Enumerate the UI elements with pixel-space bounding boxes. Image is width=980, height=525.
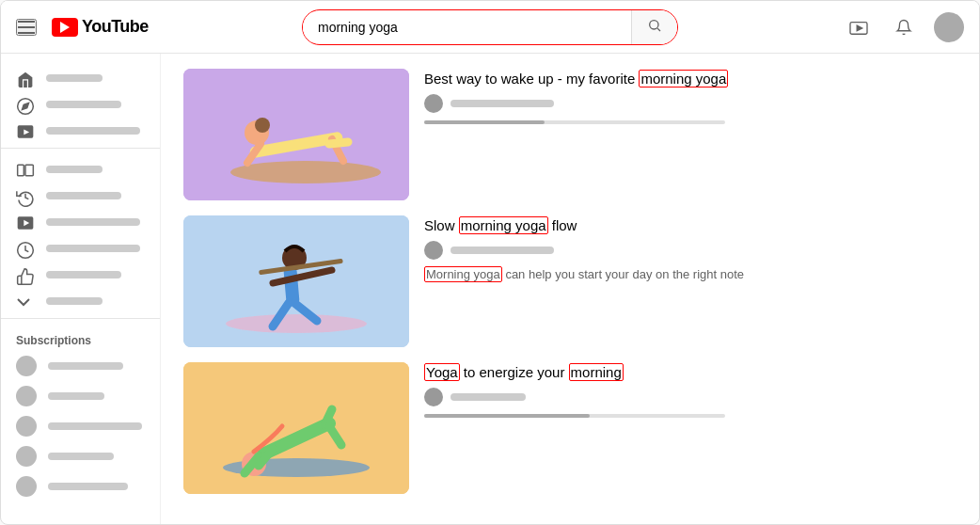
- sub-label-3: [48, 422, 142, 430]
- video-meta-2: [424, 241, 956, 260]
- subscriptions-nav-label: [46, 127, 140, 135]
- sidebar-item-liked[interactable]: [1, 262, 160, 288]
- video-desc-text-2: can help you start your day on the right…: [502, 267, 744, 281]
- watch-later-label: [46, 245, 140, 252]
- library-icon: [16, 162, 35, 177]
- search-icon: [647, 18, 662, 37]
- home-icon: [16, 71, 35, 86]
- progress-bar-3: [424, 414, 590, 418]
- video-title-highlight-2: morning yoga: [459, 216, 548, 234]
- video-card-2[interactable]: Slow morning yoga flow Morning yoga can …: [183, 215, 956, 347]
- thumbnail-1[interactable]: [183, 69, 409, 200]
- video-meta-3: [424, 388, 956, 406]
- search-bar: [302, 9, 678, 45]
- sub-label-1: [48, 362, 123, 370]
- youtube-screen: YouTube: [0, 0, 980, 525]
- video-info-3: Yoga to energize your morning: [424, 362, 956, 418]
- main-content: Best way to wake up - my favorite mornin…: [161, 54, 979, 524]
- video-title-highlight-3b: morning: [569, 363, 624, 381]
- video-title-text-after-2: flow: [548, 217, 577, 233]
- sidebar-item-explore[interactable]: [1, 91, 160, 118]
- header: YouTube: [1, 1, 979, 54]
- sidebar-section-library: [1, 152, 160, 319]
- video-desc-highlight-2: Morning yoga: [424, 266, 502, 282]
- header-left: YouTube: [16, 17, 204, 37]
- history-icon: [16, 188, 35, 203]
- video-title-text-before-1: Best way to wake up - my favorite: [424, 71, 639, 87]
- chevron-down-icon: [16, 294, 35, 309]
- svg-point-17: [255, 118, 270, 133]
- svg-rect-8: [18, 165, 24, 176]
- video-title-3: Yoga to energize your morning: [424, 362, 956, 382]
- thumbnail-2[interactable]: [183, 215, 409, 347]
- history-label: [46, 192, 121, 199]
- upload-button[interactable]: [844, 12, 874, 42]
- subscriptions-heading: Subscriptions: [1, 326, 160, 351]
- sidebar-subscriptions-section: Subscriptions: [1, 323, 160, 505]
- youtube-text: YouTube: [82, 17, 149, 37]
- svg-marker-5: [22, 103, 28, 109]
- sub-label-2: [48, 392, 104, 400]
- subscription-item-1[interactable]: [1, 351, 160, 381]
- video-card-3[interactable]: Yoga to energize your morning: [183, 362, 956, 494]
- channel-avatar-3: [424, 388, 443, 406]
- video-title-middle-3: to energize your: [460, 364, 569, 380]
- library-label: [46, 166, 103, 173]
- video-info-1: Best way to wake up - my favorite mornin…: [424, 69, 956, 124]
- svg-point-0: [650, 20, 658, 28]
- sidebar-item-watch-later[interactable]: [1, 235, 160, 262]
- liked-label: [46, 271, 121, 278]
- subscription-item-5[interactable]: [1, 471, 160, 501]
- sidebar-item-your-videos[interactable]: [1, 209, 160, 235]
- svg-marker-3: [857, 25, 861, 30]
- video-card-1[interactable]: Best way to wake up - my favorite mornin…: [183, 69, 956, 200]
- subscriptions-icon: [16, 123, 35, 138]
- more-label: [46, 297, 103, 305]
- video-title-2: Slow morning yoga flow: [424, 215, 956, 235]
- channel-avatar-1: [424, 94, 443, 113]
- sidebar-item-subscriptions[interactable]: [1, 118, 160, 144]
- sidebar-item-more[interactable]: [1, 288, 160, 314]
- video-info-2: Slow morning yoga flow Morning yoga can …: [424, 215, 956, 281]
- sidebar-item-library[interactable]: [1, 156, 160, 183]
- progress-container-1: [424, 120, 725, 124]
- youtube-icon: [52, 18, 78, 37]
- header-right: [776, 12, 964, 42]
- subscription-item-2[interactable]: [1, 381, 160, 411]
- menu-button[interactable]: [16, 19, 37, 36]
- subscription-item-3[interactable]: [1, 411, 160, 441]
- search-input[interactable]: [303, 12, 631, 42]
- youtube-logo[interactable]: YouTube: [52, 17, 149, 37]
- video-title-1: Best way to wake up - my favorite mornin…: [424, 69, 956, 88]
- channel-name-bar-3: [450, 393, 526, 401]
- sub-label-5: [48, 483, 128, 490]
- sub-avatar-4: [16, 446, 37, 467]
- sidebar-section-main: [1, 61, 160, 149]
- explore-label: [46, 101, 121, 108]
- liked-icon: [16, 267, 35, 282]
- svg-line-1: [657, 28, 660, 31]
- your-videos-label: [46, 218, 140, 226]
- header-center: [204, 9, 776, 45]
- svg-rect-9: [25, 165, 33, 176]
- explore-icon: [16, 97, 35, 112]
- watch-later-icon: [16, 241, 35, 256]
- video-desc-2: Morning yoga can help you start your day…: [424, 267, 956, 281]
- svg-point-14: [230, 161, 381, 183]
- search-button[interactable]: [631, 10, 677, 44]
- channel-name-bar-1: [450, 100, 554, 107]
- sub-avatar-5: [16, 476, 37, 497]
- home-label: [46, 74, 103, 82]
- notifications-button[interactable]: [889, 12, 919, 42]
- your-videos-icon: [16, 215, 35, 230]
- sub-avatar-2: [16, 386, 37, 406]
- sidebar-item-history[interactable]: [1, 183, 160, 209]
- user-avatar-button[interactable]: [934, 12, 964, 42]
- sidebar: Subscriptions: [1, 54, 161, 524]
- sub-avatar-1: [16, 356, 37, 376]
- sub-label-4: [48, 453, 114, 460]
- progress-bar-1: [424, 120, 545, 124]
- subscription-item-4[interactable]: [1, 441, 160, 471]
- sidebar-item-home[interactable]: [1, 65, 160, 91]
- thumbnail-3[interactable]: [183, 362, 409, 494]
